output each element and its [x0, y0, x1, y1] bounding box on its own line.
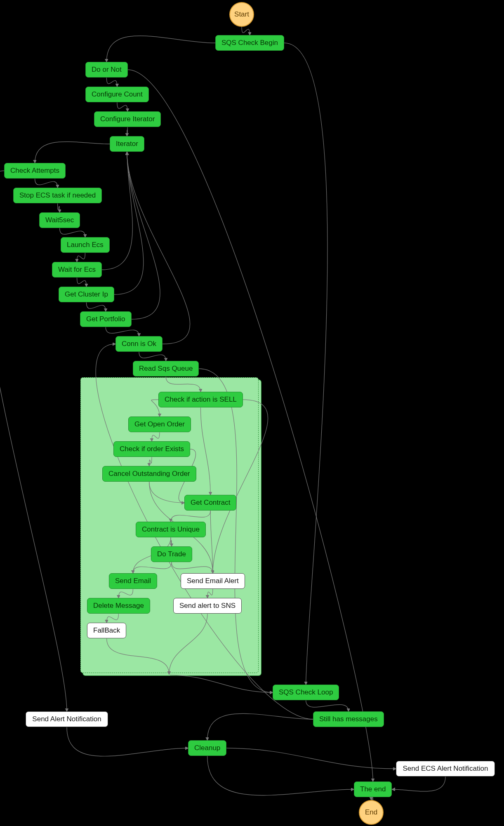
- node-do_trade: Do Trade: [151, 546, 192, 562]
- node-sqs_check_begin: SQS Check Begin: [215, 35, 284, 51]
- edge: [127, 127, 127, 136]
- node-the_end: The end: [354, 781, 392, 797]
- edge: [106, 36, 215, 62]
- node-send_email_alert: Send Email Alert: [181, 573, 245, 589]
- edge: [77, 253, 85, 262]
- edge: [86, 302, 106, 311]
- flowchart-canvas: StartSQS Check BeginDo or NotConfigure C…: [0, 0, 504, 826]
- node-launch_ecs: Launch Ecs: [61, 237, 110, 253]
- node-still_messages: Still has messages: [313, 711, 384, 727]
- edge: [127, 152, 160, 319]
- edge: [207, 713, 313, 740]
- node-send_sns: Send alert to SNS: [173, 598, 242, 614]
- edge: [207, 756, 354, 795]
- edge: [106, 78, 117, 87]
- node-get_portfolio: Get Portfolio: [80, 311, 132, 327]
- edge: [226, 748, 396, 769]
- edge: [0, 171, 67, 711]
- node-get_open_order: Get Open Order: [128, 417, 191, 432]
- node-iterator: Iterator: [110, 136, 144, 152]
- node-cleanup: Cleanup: [188, 740, 226, 756]
- node-configure_count: Configure Count: [85, 87, 149, 102]
- node-send_alert_notif: Send Alert Notification: [26, 711, 108, 727]
- node-stop_ecs: Stop ECS task if needed: [13, 188, 102, 203]
- node-send_ecs_alert: Send ECS Alert Notification: [396, 761, 495, 777]
- node-cancel_order: Cancel Outstanding Order: [102, 466, 196, 482]
- edge: [106, 327, 139, 336]
- edge: [242, 27, 250, 35]
- edge: [117, 102, 127, 111]
- node-configure_iter: Configure Iterator: [94, 111, 161, 127]
- node-check_attempts: Check Attempts: [4, 163, 66, 179]
- node-wait_for_ecs: Wait for Ecs: [52, 262, 102, 278]
- edge: [392, 777, 445, 791]
- node-end: End: [359, 800, 384, 825]
- edge: [127, 152, 190, 344]
- node-delete_message: Delete Message: [87, 598, 150, 614]
- edge: [35, 142, 110, 163]
- edge: [35, 179, 58, 188]
- edge: [170, 675, 273, 692]
- node-get_contract: Get Contract: [184, 495, 236, 511]
- node-check_order_ex: Check if order Exists: [113, 441, 190, 457]
- edge: [114, 152, 144, 294]
- edge: [67, 727, 188, 756]
- edge: [77, 278, 87, 287]
- edge: [58, 203, 60, 212]
- node-get_cluster_ip: Get Cluster Ip: [59, 287, 114, 302]
- node-conn_ok: Conn is Ok: [115, 336, 163, 352]
- node-wait5: Wait5sec: [39, 212, 80, 228]
- node-send_email: Send Email: [109, 573, 157, 589]
- node-fallback: FallBack: [87, 623, 126, 638]
- node-do_or_not: Do or Not: [85, 62, 128, 78]
- node-contract_unique: Contract is Unique: [136, 522, 206, 537]
- edge: [139, 352, 166, 361]
- edge: [60, 228, 85, 237]
- node-check_sell: Check if action is SELL: [158, 392, 243, 407]
- edge: [306, 700, 349, 711]
- node-sqs_check_loop: SQS Check Loop: [273, 685, 339, 700]
- edge: [284, 43, 327, 685]
- node-start: Start: [229, 2, 254, 27]
- node-read_sqs: Read Sqs Queue: [133, 361, 199, 377]
